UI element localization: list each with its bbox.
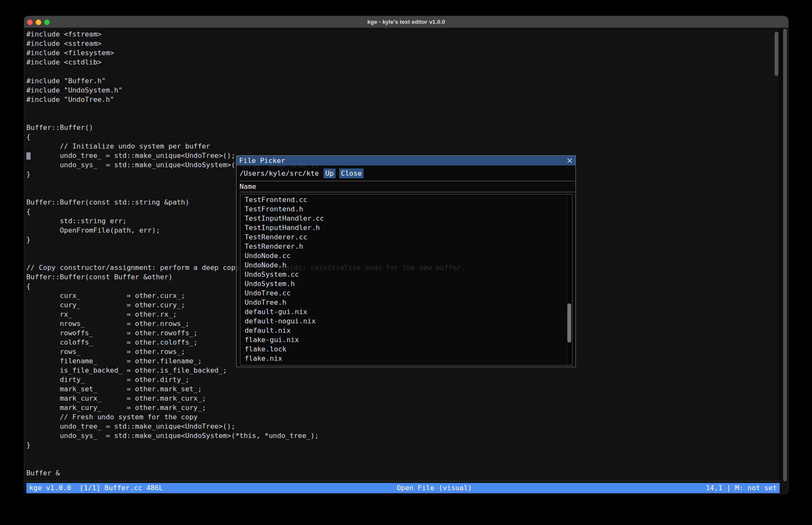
code-line: #include <filesystem> [26,48,465,58]
close-button[interactable]: Close [339,168,364,178]
window-titlebar[interactable]: kge - kyle's text editor v1.0.0 [24,16,788,28]
file-list-item[interactable]: UndoNode.cc [240,251,572,261]
statusbar-separator [26,481,780,481]
code-line: // Fresh undo system for the copy [26,413,465,422]
file-list-item[interactable]: default-gui.nix [240,307,572,317]
column-header-name: Name [237,181,575,192]
file-list-item[interactable]: TestRenderer.h [240,242,572,251]
file-picker-titlebar[interactable]: File Picker [237,156,575,166]
file-list-item[interactable]: TestInputHandler.cc [240,214,572,223]
code-line: undo_sys_ = std::make_unique<UndoSystem>… [26,431,465,441]
file-list[interactable]: TestFrontend.ccTestFrontend.hTestInputHa… [240,194,572,365]
code-line: Buffer::Buffer() [26,123,465,132]
code-line: undo_tree_ = std::make_unique<UndoTree>(… [26,422,465,431]
file-list-item[interactable]: TestInputHandler.h [240,223,572,233]
file-list-item[interactable]: UndoSystem.cc [240,270,572,279]
code-line: mark_set_ = other.mark_set_; [26,385,465,394]
status-left: kge v1.0.0 [1/1] Buffer.cc 486L [29,483,163,493]
code-line [26,459,465,469]
code-line: #include "UndoTree.h" [26,95,465,104]
window-title: kge - kyle's text editor v1.0.0 [24,16,788,28]
current-path: /Users/kyle/src/kte [240,169,319,177]
file-list-item[interactable]: flake.nix [240,354,572,363]
status-mode: Open File (visual) [163,483,706,493]
code-line [26,104,465,114]
editor-scrollbar-track[interactable] [778,29,783,481]
file-list-item[interactable]: TestFrontend.cc [240,195,572,205]
file-list-item[interactable]: default-nogui.nix [240,317,572,326]
code-line: #include <cstdlib> [26,58,465,67]
code-line: is_file_backed_ = other.is_file_backed_; [26,366,465,375]
editor-scrollbar-thumb[interactable] [775,32,778,76]
code-line: mark_curx_ = other.mark_curx_; [26,394,465,403]
code-line: #include "UndoSystem.h" [26,86,465,95]
file-picker-dialog: File Picker /Users/kyle/src/kte Up Close… [236,155,576,367]
code-line: #include <fstream> [26,30,465,39]
status-cursor-position: 14,1 | M: not set [706,483,777,493]
code-line: // Initialize undo system per buffer [26,142,465,151]
file-list-item[interactable]: flake.lock [240,345,572,354]
code-line: #include "Buffer.h" [26,76,465,86]
up-button[interactable]: Up [324,168,336,178]
file-list-item[interactable]: default.nix [240,326,572,335]
code-line: mark_cury_ = other.mark_cury_; [26,403,465,413]
file-picker-title: File Picker [239,157,285,165]
text-cursor [26,152,31,160]
code-line [26,67,465,76]
file-list-item[interactable]: UndoNode.h [240,261,572,270]
file-list-item[interactable]: TestRenderer.cc [240,233,572,242]
code-line [26,450,465,459]
code-line: #include <sstream> [26,39,465,48]
code-line: Buffer & [26,469,465,478]
code-line [26,114,465,123]
file-list-scrollbar-thumb[interactable] [567,303,571,343]
window-scrollbar-thumb[interactable] [783,29,787,481]
file-list-item[interactable]: TestFrontend.h [240,205,572,214]
file-list-item[interactable]: UndoSystem.h [240,279,572,289]
status-bar: kge v1.0.0 [1/1] Buffer.cc 486L Open Fil… [26,483,780,493]
close-icon[interactable] [567,158,572,163]
file-list-item[interactable]: UndoTree.h [240,298,572,307]
header-separator-bottom [240,192,575,192]
code-line: } [26,441,465,450]
code-line: dirty_ = other.dirty_; [26,375,465,385]
file-list-item[interactable]: flake-gui.nix [240,335,572,345]
file-list-item[interactable]: UndoTree.cc [240,289,572,298]
code-line: { [26,132,465,142]
